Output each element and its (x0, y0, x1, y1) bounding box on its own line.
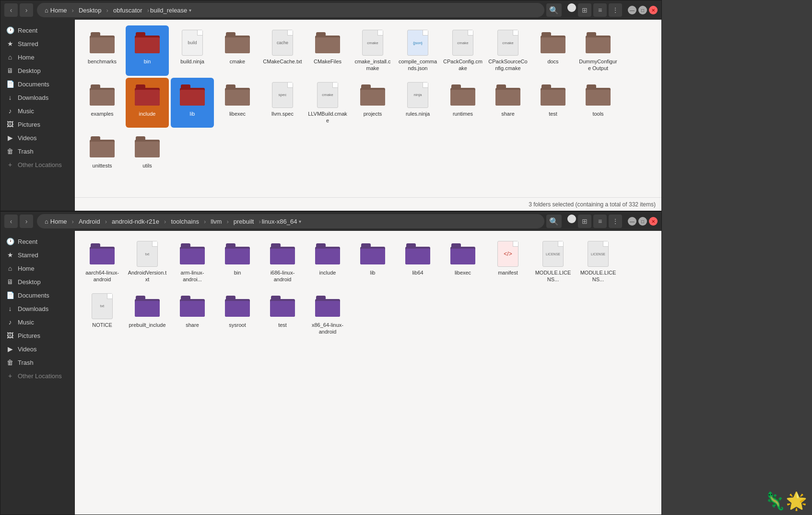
file-item-cmakecache[interactable]: cache CMakeCache.txt (261, 25, 304, 76)
back-button-1[interactable]: ‹ (4, 3, 18, 17)
file-item-bin[interactable]: bin (126, 25, 169, 76)
file-item-cpacksourceconfig[interactable]: cmake CPackSourceConfig.cmake (486, 25, 530, 76)
sidebar-item-documents-2[interactable]: 📄 Documents (0, 288, 74, 302)
search-button-2[interactable]: 🔍 (546, 215, 562, 228)
file-item-share-2[interactable]: share (171, 289, 214, 339)
forward-button-1[interactable]: › (20, 3, 33, 17)
sidebar-item-desktop-2[interactable]: 🖥 Desktop (0, 275, 74, 288)
view-menu-button-2[interactable]: ⋮ (609, 215, 622, 228)
breadcrumb-llvm-2[interactable]: llvm (207, 217, 225, 226)
minimize-button-2[interactable]: — (628, 217, 636, 226)
file-item-cmake-install[interactable]: cmake cmake_install.cmake (351, 25, 394, 76)
file-item-lib64[interactable]: lib64 (396, 237, 439, 287)
sidebar-item-starred-1[interactable]: ★ Starred (0, 37, 74, 50)
sidebar-item-other-1[interactable]: + Other Locations (0, 158, 74, 171)
sidebar-item-recent-2[interactable]: 🕐 Recent (0, 235, 74, 248)
file-item-utils[interactable]: utils (126, 130, 169, 173)
sidebar-item-music-2[interactable]: ♪ Music (0, 315, 74, 329)
file-item-unittests[interactable]: unittests (81, 130, 124, 173)
sidebar-item-pictures-1[interactable]: 🖼 Pictures (0, 118, 74, 131)
sidebar-item-music-1[interactable]: ♪ Music (0, 104, 74, 118)
sidebar-item-trash-1[interactable]: 🗑 Trash (0, 144, 74, 158)
file-item-libexec-2[interactable]: libexec (441, 237, 484, 287)
file-item-share[interactable]: share (486, 78, 530, 128)
file-item-androidversion[interactable]: txt AndroidVersion.txt (126, 237, 169, 287)
file-item-cmake[interactable]: cmake (216, 25, 259, 76)
sidebar-item-desktop-1[interactable]: 🖥 Desktop (0, 64, 74, 77)
sidebar-item-trash-2[interactable]: 🗑 Trash (0, 356, 74, 369)
file-item-aarch64[interactable]: aarch64-linux-android (81, 237, 124, 287)
breadcrumb-ndk-2[interactable]: android-ndk-r21e (108, 217, 163, 226)
file-item-prebuilt-include[interactable]: prebuilt_include (126, 289, 169, 339)
file-item-lib-2[interactable]: lib (351, 237, 394, 287)
file-item-llvm-spec[interactable]: spec llvm.spec (261, 78, 304, 128)
sidebar-item-downloads-1[interactable]: ↓ Downloads (0, 91, 74, 104)
file-item-include[interactable]: include (126, 78, 169, 128)
breadcrumb-dropdown-2[interactable]: ▾ (299, 219, 301, 224)
view-grid-button-2[interactable]: ⊞ (578, 215, 591, 228)
file-item-examples[interactable]: examples (81, 78, 124, 128)
sidebar-item-home-1[interactable]: ⌂ Home (0, 50, 74, 64)
file-item-module-license-2[interactable]: LICENSE MODULE.LICENS... (577, 237, 620, 287)
forward-button-2[interactable]: › (20, 215, 33, 228)
file-item-cmakefiles[interactable]: CMakeFiles (306, 25, 349, 76)
file-item-notice[interactable]: txt NOTICE (81, 289, 124, 339)
doc-icon-llvm-spec: spec (269, 82, 296, 108)
file-item-llvmbuild[interactable]: cmake LLVMBuild.cmake (306, 78, 349, 128)
sidebar-item-home-2[interactable]: ⌂ Home (0, 262, 74, 275)
videos-sidebar-icon-1: ▶ (6, 134, 14, 142)
file-item-manifest[interactable]: </> manifest (486, 237, 530, 287)
file-item-libexec[interactable]: libexec (216, 78, 259, 128)
file-item-docs[interactable]: docs (531, 25, 575, 76)
file-item-lib[interactable]: lib (171, 78, 214, 128)
breadcrumb-desktop-1[interactable]: Desktop (75, 6, 106, 15)
file-item-bin-2[interactable]: bin (216, 237, 259, 287)
file-item-cpackconfig[interactable]: cmake CPackConfig.cmake (441, 25, 484, 76)
maximize-button-2[interactable]: □ (638, 217, 647, 226)
breadcrumb-android-2[interactable]: Android (75, 217, 104, 226)
sidebar-item-starred-2[interactable]: ★ Starred (0, 248, 74, 262)
back-button-2[interactable]: ‹ (4, 215, 18, 228)
file-item-test-2[interactable]: test (261, 289, 304, 339)
svg-rect-79 (180, 301, 205, 317)
file-item-include-2[interactable]: include (306, 237, 349, 287)
view-menu-button-1[interactable]: ⋮ (609, 3, 622, 17)
breadcrumb-obfuscator-1[interactable]: obfuscator (109, 6, 146, 15)
file-item-build-ninja[interactable]: build build.ninja (171, 25, 214, 76)
sidebar-item-other-2[interactable]: + Other Locations (0, 369, 74, 383)
sidebar-item-pictures-2[interactable]: 🖼 Pictures (0, 329, 74, 342)
view-grid-button-1[interactable]: ⊞ (578, 3, 591, 17)
sidebar-item-documents-1[interactable]: 📄 Documents (0, 77, 74, 91)
file-item-i686[interactable]: i686-linux-android (261, 237, 304, 287)
sidebar-item-videos-2[interactable]: ▶ Videos (0, 342, 74, 356)
maximize-button-1[interactable]: □ (638, 6, 647, 14)
search-button-1[interactable]: 🔍 (546, 3, 562, 17)
breadcrumb-home-1[interactable]: ⌂ Home (41, 6, 71, 15)
minimize-button-1[interactable]: — (628, 6, 636, 14)
sidebar-item-recent-1[interactable]: 🕐 Recent (0, 24, 74, 37)
file-item-module-license-1[interactable]: LICENSE MODULE.LICENS... (531, 237, 575, 287)
folder-icon-cmake (224, 29, 251, 56)
file-item-test[interactable]: test (531, 78, 575, 128)
file-item-runtimes[interactable]: runtimes (441, 78, 484, 128)
file-item-rules-ninja[interactable]: ninja rules.ninja (396, 78, 439, 128)
file-item-dummy[interactable]: DummyConfigure Output (577, 25, 620, 76)
close-button-2[interactable]: ✕ (649, 217, 658, 226)
file-item-x86-64[interactable]: x86_64-linux-android (306, 289, 349, 339)
file-item-arm-linux[interactable]: arm-linux-androi... (171, 237, 214, 287)
titlebar-2: ‹ › ⌂ Home › Android › android-ndk-r21e … (0, 212, 661, 231)
sidebar-item-videos-1[interactable]: ▶ Videos (0, 131, 74, 144)
sidebar-item-downloads-2[interactable]: ↓ Downloads (0, 302, 74, 315)
file-item-projects[interactable]: projects (351, 78, 394, 128)
breadcrumb-home-2[interactable]: ⌂ Home (41, 217, 71, 226)
breadcrumb-toolchains-2[interactable]: toolchains (167, 217, 203, 226)
file-item-compile-commands[interactable]: {json} compile_commands.json (396, 25, 439, 76)
breadcrumb-dropdown-1[interactable]: ▾ (189, 8, 191, 13)
file-item-tools[interactable]: tools (577, 78, 620, 128)
view-list-button-2[interactable]: ≡ (593, 215, 607, 228)
close-button-1[interactable]: ✕ (649, 6, 658, 14)
file-item-benchmarks[interactable]: benchmarks (81, 25, 124, 76)
view-list-button-1[interactable]: ≡ (593, 3, 607, 17)
file-item-sysroot[interactable]: sysroot (216, 289, 259, 339)
breadcrumb-prebuilt-2[interactable]: prebuilt (230, 217, 258, 226)
